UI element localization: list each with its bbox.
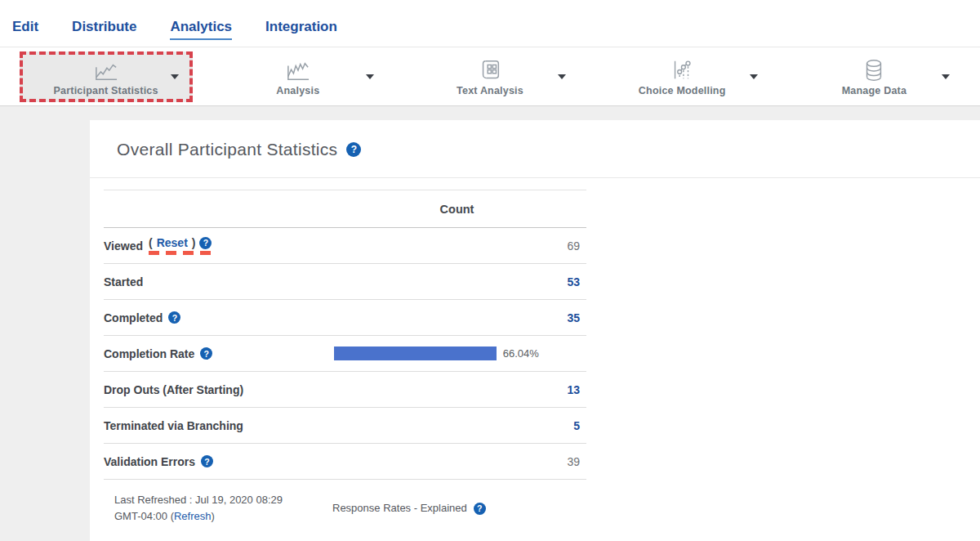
panel-title-row: Overall Participant Statistics ? (90, 120, 980, 159)
row-label-cell: Drop Outs (After Starting) (104, 383, 334, 396)
chevron-down-icon[interactable] (366, 74, 374, 79)
count-column-header: Count (334, 203, 586, 216)
row-label: Completion Rate (104, 347, 194, 360)
chevron-down-icon[interactable] (942, 74, 950, 79)
reset-link[interactable]: Reset (157, 236, 188, 249)
table-row-terminated: Terminated via Branching 5 (104, 408, 586, 444)
zigzag-chart-icon (284, 56, 312, 83)
nav-tab-analytics[interactable]: Analytics (170, 19, 232, 40)
help-icon[interactable]: ? (474, 503, 486, 515)
top-nav: Edit Distribute Analytics Integration (0, 0, 980, 47)
row-value: 13 (334, 383, 586, 396)
paren-close: ) (192, 236, 196, 249)
row-label-cell: Viewed ( Reset ) ? (104, 236, 334, 255)
chevron-down-icon[interactable] (558, 74, 566, 79)
chevron-down-icon[interactable] (171, 74, 179, 79)
toolbar-col-analysis: Analysis (202, 47, 394, 105)
help-icon[interactable]: ? (199, 237, 212, 249)
title-divider (90, 177, 980, 178)
nav-tab-integration[interactable]: Integration (265, 19, 337, 40)
row-label-cell: Started (104, 275, 334, 288)
row-label-cell: Terminated via Branching (104, 419, 334, 432)
table-row-drop-outs: Drop Outs (After Starting) 13 (104, 372, 586, 408)
gmt-suffix: ) (212, 510, 215, 522)
row-label: Started (104, 275, 143, 288)
reset-annotated-group: ( Reset ) ? (149, 236, 212, 255)
table-header-row: Count (104, 190, 586, 228)
nav-tab-distribute[interactable]: Distribute (72, 19, 136, 40)
nav-tab-edit[interactable]: Edit (12, 19, 38, 40)
analytics-toolbar: Participant Statistics Analysis (0, 47, 980, 106)
row-label: Validation Errors (104, 455, 195, 468)
paren-open: ( (149, 236, 153, 249)
page-background: Overall Participant Statistics ? Count V… (0, 106, 980, 541)
statistics-panel: Overall Participant Statistics ? Count V… (90, 120, 980, 541)
toolbar-col-text-analysis: Text Analysis (394, 47, 586, 105)
row-label-cell: Completion Rate ? (104, 347, 334, 360)
table-row-completion-rate: Completion Rate ? 66.04% (104, 336, 586, 372)
row-value: 39 (334, 455, 586, 468)
toolbar-item-label: Analysis (276, 85, 319, 96)
table-row-validation-errors: Validation Errors ? 39 (104, 444, 586, 480)
completion-rate-value: 66.04% (503, 347, 539, 360)
table-row-completed: Completed ? 35 (104, 300, 586, 336)
toolbar-item-label: Choice Modelling (639, 85, 726, 96)
help-icon[interactable]: ? (201, 455, 213, 467)
table-row-started: Started 53 (104, 264, 586, 300)
response-rates-block: Response Rates - Explained ? (332, 492, 486, 525)
line-chart-icon (92, 56, 120, 83)
gmt-prefix: GMT-04:00 ( (114, 510, 174, 522)
row-label: Terminated via Branching (104, 419, 243, 432)
toolbar-item-label: Participant Statistics (54, 85, 158, 96)
row-label-cell: Validation Errors ? (104, 455, 334, 468)
scatter-chart-icon (670, 56, 694, 83)
help-icon[interactable]: ? (200, 347, 212, 360)
row-value: 69 (334, 239, 586, 253)
row-label: Viewed (104, 239, 143, 253)
toolbar-col-choice-modelling: Choice Modelling (586, 47, 778, 105)
row-label: Drop Outs (After Starting) (104, 383, 243, 396)
participant-statistics-button[interactable]: Participant Statistics (20, 51, 193, 102)
analysis-button[interactable]: Analysis (212, 51, 385, 102)
document-grid-icon (478, 56, 502, 83)
row-value: 5 (334, 419, 586, 432)
last-refreshed-text: Last Refreshed : Jul 19, 2020 08:29 (114, 494, 283, 506)
toolbar-col-manage-data: Manage Data (778, 47, 970, 105)
table-row-viewed: Viewed ( Reset ) ? 69 (104, 228, 586, 264)
chevron-down-icon[interactable] (750, 74, 758, 79)
choice-modelling-button[interactable]: Choice Modelling (595, 51, 768, 102)
last-refreshed-block: Last Refreshed : Jul 19, 2020 08:29 GMT-… (114, 492, 332, 525)
row-value: 35 (334, 311, 586, 324)
toolbar-item-label: Text Analysis (457, 85, 523, 96)
help-icon[interactable]: ? (346, 142, 361, 157)
table-footer: Last Refreshed : Jul 19, 2020 08:29 GMT-… (114, 480, 980, 525)
completion-rate-cell: 66.04% (334, 347, 586, 360)
response-rates-label: Response Rates - Explained (332, 500, 467, 516)
completion-rate-bar (334, 347, 497, 360)
manage-data-button[interactable]: Manage Data (787, 51, 960, 102)
row-label-cell: Completed ? (104, 311, 334, 324)
help-icon[interactable]: ? (168, 311, 180, 324)
row-label: Completed (104, 311, 163, 324)
toolbar-item-label: Manage Data (842, 85, 906, 96)
page-title: Overall Participant Statistics (117, 140, 337, 159)
database-icon (862, 56, 886, 83)
toolbar-col-participant-statistics: Participant Statistics (10, 47, 202, 105)
row-value: 53 (334, 275, 586, 288)
participant-statistics-table: Count Viewed ( Reset ) ? 69 Sta (104, 190, 586, 480)
refresh-link[interactable]: Refresh (174, 510, 212, 522)
text-analysis-button[interactable]: Text Analysis (403, 51, 577, 102)
